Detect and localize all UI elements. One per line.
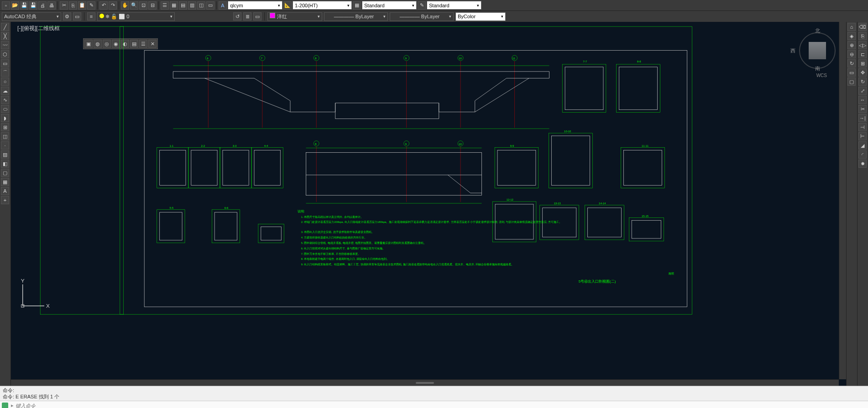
point-icon[interactable]: · [1, 141, 9, 150]
block-icon[interactable]: ◫ [1, 132, 9, 140]
undo-icon[interactable]: ↶ [99, 1, 108, 10]
command-input[interactable] [16, 403, 866, 408]
pline-icon[interactable]: 〰 [1, 41, 9, 49]
save-icon[interactable]: 💾 [20, 1, 28, 10]
linetype1-dropdown[interactable]: ———— ByLayer [324, 12, 388, 21]
new-icon[interactable]: ▫ [2, 1, 10, 10]
join-icon[interactable]: ⊢ [858, 132, 867, 140]
svg-rect-52 [619, 67, 658, 110]
zoomwin-icon[interactable]: ⊡ [139, 1, 147, 10]
textstyle-dropdown[interactable]: qlcym [228, 1, 282, 10]
arc-icon[interactable]: ⌒ [1, 68, 9, 77]
scale-icon[interactable]: ⤢ [858, 87, 867, 95]
designctr-icon[interactable]: ▦ [170, 1, 178, 10]
tablestyle1-dropdown[interactable]: Standard [362, 1, 417, 10]
toolpal-icon[interactable]: ▤ [179, 1, 187, 10]
layer-state-icon[interactable]: ≣ [243, 12, 251, 21]
nav5-icon[interactable]: ▢ [847, 77, 856, 86]
insert-icon[interactable]: ⊞ [1, 123, 9, 131]
rectangle-icon[interactable]: ▭ [1, 59, 9, 67]
gradient-icon[interactable]: ◧ [1, 160, 9, 168]
dimstyle-icon[interactable]: 📐 [283, 1, 292, 10]
mlstyle-icon[interactable]: ✎ [418, 1, 426, 10]
svg-rect-61 [623, 150, 662, 186]
plot-icon[interactable]: 🖨 [38, 1, 47, 10]
workspace-dropdown[interactable]: AutoCAD 经典 [2, 12, 61, 21]
vscrollbar[interactable] [839, 22, 846, 379]
tablestyle2-dropdown[interactable]: Standard [427, 1, 481, 10]
linetype2-dropdown[interactable]: ———— ByLayer [390, 12, 454, 21]
print-icon[interactable]: 🖶 [47, 1, 56, 10]
svg-rect-1 [40, 26, 124, 315]
svg-rect-70 [587, 208, 621, 237]
addsel-icon[interactable]: + [1, 196, 9, 204]
erase-icon[interactable]: ⌫ [858, 23, 867, 31]
markup-icon[interactable]: ◫ [197, 1, 205, 10]
zoom-icon[interactable]: 🔍 [130, 1, 138, 10]
nav2-icon[interactable]: ⊕ [847, 41, 856, 49]
svg-text:8: 8 [315, 143, 317, 145]
break-icon[interactable]: ⊣ [858, 123, 867, 131]
orbit-icon[interactable]: ↻ [847, 59, 856, 67]
sheetset-icon[interactable]: ▥ [188, 1, 196, 10]
copy2-icon[interactable]: ⎘ [858, 32, 867, 40]
revcloud-icon[interactable]: ☁ [1, 87, 9, 95]
ellipsearc-icon[interactable]: ◗ [1, 114, 9, 122]
chamfer-icon[interactable]: ◢ [858, 141, 867, 150]
xline-icon[interactable]: ╳ [1, 32, 9, 40]
workspace-save-icon[interactable]: ▭ [73, 12, 81, 21]
cut-icon[interactable]: ✂ [60, 1, 68, 10]
copy-icon[interactable]: ⎘ [69, 1, 77, 10]
color-swatch [270, 13, 275, 18]
trim-icon[interactable]: ✂ [858, 105, 867, 113]
fillet-icon[interactable]: ◜ [858, 150, 867, 159]
drawing-canvas[interactable]: [-][俯视][二维线框 ▣ ◍ ◎ ◉ ◐ ▤ ☰ ✕ 6 [11, 22, 846, 386]
wcs-label[interactable]: WCS [816, 73, 827, 78]
svg-rect-50 [562, 64, 606, 113]
nav1-icon[interactable]: ◈ [847, 32, 856, 40]
modify-toolbar: ⌫ ⎘ ◁▷ ⊏ ⊞ ✥ ↻ ⤢ ↔ ✂ →| ⊣ ⊢ ◢ ◜ ✸ [857, 22, 868, 386]
layer-dropdown[interactable]: ❄ 🔓 ⬜ 0 [97, 12, 175, 21]
circle-icon[interactable]: ○ [1, 77, 9, 86]
pan-icon[interactable]: ✋ [121, 1, 129, 10]
rotate-icon[interactable]: ↻ [858, 77, 867, 86]
home-icon[interactable]: ⌂ [847, 23, 856, 31]
color-dropdown[interactable]: 洋红 [267, 12, 322, 21]
layer-manager-icon[interactable]: ≡ [87, 12, 95, 21]
explode-icon[interactable]: ✸ [858, 160, 867, 168]
hatch-icon[interactable]: ▨ [1, 150, 9, 159]
nav3-icon[interactable]: ⊖ [847, 50, 856, 58]
paste-icon[interactable]: 📋 [78, 1, 86, 10]
polygon-icon[interactable]: ⬡ [1, 50, 9, 58]
saveas-icon[interactable]: 💾 [29, 1, 37, 10]
array-icon[interactable]: ⊞ [858, 59, 867, 67]
layer-prev-icon[interactable]: ↺ [233, 12, 241, 21]
offset-icon[interactable]: ⊏ [858, 50, 867, 58]
dimstyle-dropdown[interactable]: 1-200(HT) [293, 1, 352, 10]
redo-icon[interactable]: ↷ [109, 1, 117, 10]
lineweight-dropdown[interactable]: ByColor [455, 12, 506, 21]
spline-icon[interactable]: ∿ [1, 96, 9, 104]
nav4-icon[interactable]: ▭ [847, 68, 856, 77]
properties-icon[interactable]: ☰ [161, 1, 169, 10]
line-icon[interactable]: ╱ [1, 23, 9, 31]
ellipse-icon[interactable]: ⬭ [1, 105, 9, 113]
zoomprev-icon[interactable]: ⊟ [148, 1, 157, 10]
workspace-settings-icon[interactable]: ⚙ [63, 12, 71, 21]
match-icon[interactable]: ✎ [87, 1, 95, 10]
tablestyle-icon[interactable]: ▦ [353, 1, 361, 10]
hscrollbar[interactable] [11, 379, 839, 386]
layer-iso-icon[interactable]: ▭ [253, 12, 261, 21]
mtext-icon[interactable]: A [1, 187, 9, 195]
mirror-icon[interactable]: ◁▷ [858, 41, 867, 49]
viewcube[interactable]: 北 南 东 西 [797, 30, 838, 71]
stretch-icon[interactable]: ↔ [858, 96, 867, 104]
table-icon[interactable]: ▦ [1, 178, 9, 186]
move-icon[interactable]: ✥ [858, 68, 867, 77]
open-icon[interactable]: 📂 [11, 1, 19, 10]
region-icon[interactable]: ▢ [1, 169, 9, 177]
svg-text:10: 10 [459, 143, 462, 145]
extend-icon[interactable]: →| [858, 114, 867, 122]
textstyle-icon[interactable]: A [219, 1, 227, 10]
calc-icon[interactable]: ▭ [206, 1, 214, 10]
